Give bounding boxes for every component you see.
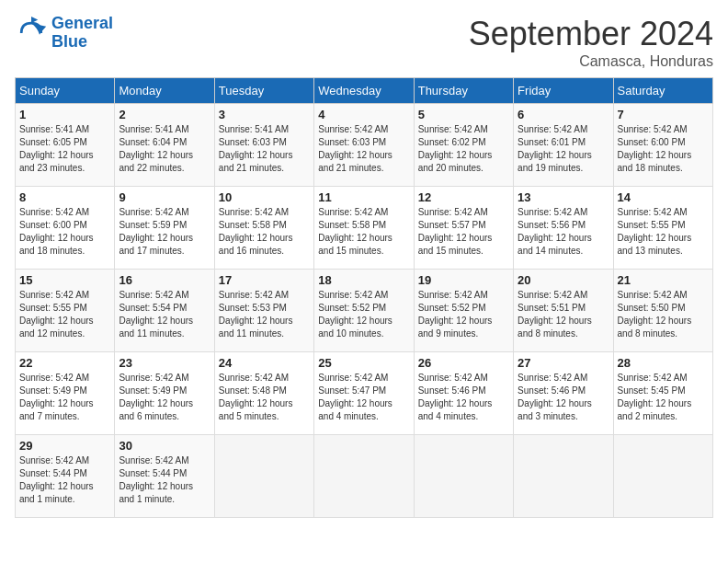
calendar-cell: 13Sunrise: 5:42 AMSunset: 5:56 PMDayligh… xyxy=(514,187,613,270)
col-tuesday: Tuesday xyxy=(214,78,313,104)
week-row-5: 29Sunrise: 5:42 AMSunset: 5:44 PMDayligh… xyxy=(16,435,713,518)
logo: General Blue xyxy=(15,15,113,52)
calendar-cell: 9Sunrise: 5:42 AMSunset: 5:59 PMDaylight… xyxy=(115,187,214,270)
logo-general: General xyxy=(51,14,113,32)
calendar-cell: 30Sunrise: 5:42 AMSunset: 5:44 PMDayligh… xyxy=(115,435,214,518)
calendar-cell: 1Sunrise: 5:41 AMSunset: 6:05 PMDaylight… xyxy=(16,104,115,187)
calendar-cell: 5Sunrise: 5:42 AMSunset: 6:02 PMDaylight… xyxy=(414,104,513,187)
calendar-cell: 8Sunrise: 5:42 AMSunset: 6:00 PMDaylight… xyxy=(16,187,115,270)
calendar-cell: 18Sunrise: 5:42 AMSunset: 5:52 PMDayligh… xyxy=(314,270,414,352)
calendar-cell: 12Sunrise: 5:42 AMSunset: 5:57 PMDayligh… xyxy=(414,187,513,270)
calendar-cell: 19Sunrise: 5:42 AMSunset: 5:52 PMDayligh… xyxy=(414,270,513,352)
col-wednesday: Wednesday xyxy=(314,78,414,104)
calendar-cell xyxy=(314,435,414,518)
week-row-1: 1Sunrise: 5:41 AMSunset: 6:05 PMDaylight… xyxy=(16,104,713,187)
calendar-cell xyxy=(613,435,712,518)
calendar-table: Sunday Monday Tuesday Wednesday Thursday… xyxy=(15,77,713,518)
calendar-cell: 22Sunrise: 5:42 AMSunset: 5:49 PMDayligh… xyxy=(16,352,115,435)
col-monday: Monday xyxy=(115,78,214,104)
calendar-cell: 3Sunrise: 5:41 AMSunset: 6:03 PMDaylight… xyxy=(214,104,313,187)
calendar-cell xyxy=(514,435,613,518)
calendar-cell: 25Sunrise: 5:42 AMSunset: 5:47 PMDayligh… xyxy=(314,352,414,435)
logo-blue: Blue xyxy=(51,32,87,51)
col-sunday: Sunday xyxy=(16,78,115,104)
calendar-cell: 28Sunrise: 5:42 AMSunset: 5:45 PMDayligh… xyxy=(613,352,712,435)
col-friday: Friday xyxy=(514,78,613,104)
calendar-cell: 26Sunrise: 5:42 AMSunset: 5:46 PMDayligh… xyxy=(414,352,513,435)
week-row-4: 22Sunrise: 5:42 AMSunset: 5:49 PMDayligh… xyxy=(16,352,713,435)
col-saturday: Saturday xyxy=(613,78,712,104)
calendar-cell xyxy=(414,435,513,518)
month-title: September 2024 xyxy=(469,15,713,53)
page-header: General Blue September 2024 Camasca, Hon… xyxy=(15,15,713,70)
week-row-2: 8Sunrise: 5:42 AMSunset: 6:00 PMDaylight… xyxy=(16,187,713,270)
calendar-cell: 23Sunrise: 5:42 AMSunset: 5:49 PMDayligh… xyxy=(115,352,214,435)
calendar-cell: 24Sunrise: 5:42 AMSunset: 5:48 PMDayligh… xyxy=(214,352,313,435)
calendar-cell: 14Sunrise: 5:42 AMSunset: 5:55 PMDayligh… xyxy=(613,187,712,270)
calendar-cell xyxy=(214,435,313,518)
calendar-cell: 20Sunrise: 5:42 AMSunset: 5:51 PMDayligh… xyxy=(514,270,613,352)
calendar-cell: 21Sunrise: 5:42 AMSunset: 5:50 PMDayligh… xyxy=(613,270,712,352)
calendar-cell: 6Sunrise: 5:42 AMSunset: 6:01 PMDaylight… xyxy=(514,104,613,187)
title-block: September 2024 Camasca, Honduras xyxy=(469,15,713,70)
calendar-cell: 16Sunrise: 5:42 AMSunset: 5:54 PMDayligh… xyxy=(115,270,214,352)
calendar-cell: 15Sunrise: 5:42 AMSunset: 5:55 PMDayligh… xyxy=(16,270,115,352)
col-thursday: Thursday xyxy=(414,78,513,104)
calendar-cell: 10Sunrise: 5:42 AMSunset: 5:58 PMDayligh… xyxy=(214,187,313,270)
logo-icon xyxy=(15,17,48,50)
week-row-3: 15Sunrise: 5:42 AMSunset: 5:55 PMDayligh… xyxy=(16,270,713,352)
calendar-cell: 27Sunrise: 5:42 AMSunset: 5:46 PMDayligh… xyxy=(514,352,613,435)
calendar-cell: 17Sunrise: 5:42 AMSunset: 5:53 PMDayligh… xyxy=(214,270,313,352)
calendar-cell: 11Sunrise: 5:42 AMSunset: 5:58 PMDayligh… xyxy=(314,187,414,270)
calendar-cell: 29Sunrise: 5:42 AMSunset: 5:44 PMDayligh… xyxy=(16,435,115,518)
calendar-cell: 4Sunrise: 5:42 AMSunset: 6:03 PMDaylight… xyxy=(314,104,414,187)
calendar-cell: 2Sunrise: 5:41 AMSunset: 6:04 PMDaylight… xyxy=(115,104,214,187)
location-title: Camasca, Honduras xyxy=(469,53,713,70)
header-row: Sunday Monday Tuesday Wednesday Thursday… xyxy=(16,78,713,104)
calendar-cell: 7Sunrise: 5:42 AMSunset: 6:00 PMDaylight… xyxy=(613,104,712,187)
